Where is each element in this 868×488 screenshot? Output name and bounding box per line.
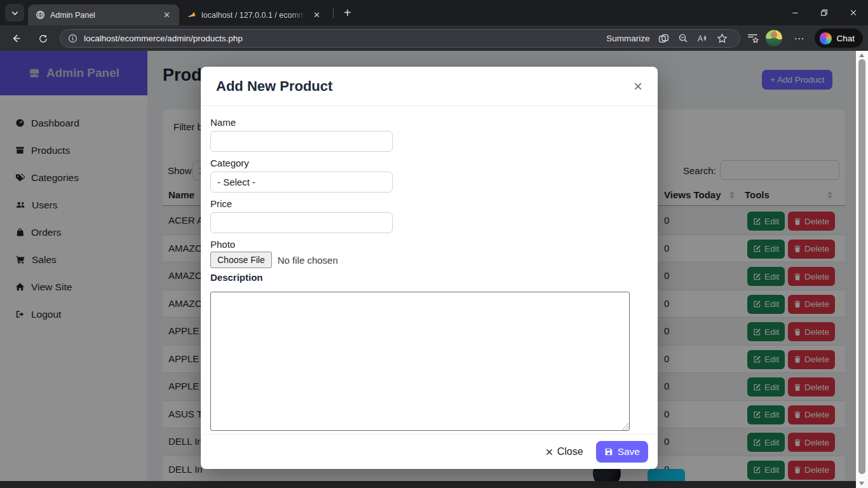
globe-icon	[36, 10, 45, 20]
tab-admin-panel[interactable]: Admin Panel ✕	[28, 4, 179, 25]
modal-close-icon[interactable]: ×	[634, 79, 642, 94]
choose-file-button[interactable]: Choose File	[210, 252, 272, 268]
back-button[interactable]	[5, 29, 27, 47]
modal-body: Name Category - Select - Price Photo Cho…	[201, 106, 658, 433]
phpmyadmin-icon	[187, 10, 196, 20]
tab-phpmyadmin[interactable]: localhost / 127.0.0.1 / ecomm / de ✕	[179, 4, 329, 25]
modal-footer: Close Save	[201, 434, 658, 469]
chevron-down-icon	[10, 8, 20, 18]
chat-label: Chat	[836, 34, 855, 43]
restore-icon	[820, 8, 829, 17]
browser-titlebar: Admin Panel ✕ localhost / 127.0.0.1 / ec…	[0, 0, 868, 25]
copilot-icon[interactable]	[658, 33, 669, 44]
modal-header: Add New Product ×	[201, 67, 658, 106]
browser-menu-button[interactable]: ⋯	[789, 32, 810, 44]
tab-close-icon[interactable]: ✕	[161, 10, 173, 20]
photo-label: Photo	[210, 239, 648, 250]
toolbar-right: ⋯ Chat	[747, 29, 868, 48]
url-text[interactable]: localhost/ecommerce/admin/products.php	[84, 34, 606, 43]
svg-text:A: A	[698, 34, 703, 43]
category-select[interactable]: - Select -	[210, 172, 393, 193]
tab-title: Admin Panel	[50, 11, 156, 20]
browser-toolbar: localhost/ecommerce/admin/products.php S…	[0, 25, 868, 51]
category-label: Category	[210, 158, 648, 168]
chat-button[interactable]: Chat	[815, 29, 863, 48]
summarize-button[interactable]: Summarize	[606, 34, 649, 43]
address-bar[interactable]: localhost/ecommerce/admin/products.php S…	[60, 29, 740, 48]
price-label: Price	[210, 198, 648, 209]
new-tab-button[interactable]: +	[337, 6, 358, 20]
window-bottom-edge	[0, 481, 856, 488]
tab-title: localhost / 127.0.0.1 / ecomm / de	[201, 11, 306, 20]
page-viewport: Admin Panel Dashboard Products Categorie…	[0, 51, 868, 488]
favorites-bar-icon[interactable]	[747, 32, 759, 44]
scroll-up-arrow-icon[interactable]	[859, 53, 864, 57]
file-status-text: No file chosen	[278, 255, 338, 266]
tab-close-icon[interactable]: ✕	[311, 10, 323, 20]
name-label: Name	[210, 117, 648, 128]
close-icon	[849, 8, 858, 17]
description-textarea[interactable]	[210, 292, 630, 431]
modal-close-button[interactable]: Close	[545, 446, 583, 458]
zoom-out-icon[interactable]	[678, 33, 688, 43]
favorite-star-icon[interactable]	[717, 33, 728, 44]
modal-title: Add New Product	[216, 78, 332, 95]
scroll-down-arrow-icon[interactable]	[859, 482, 864, 485]
browser-window: Admin Panel ✕ localhost / 127.0.0.1 / ec…	[0, 0, 868, 488]
refresh-icon	[38, 34, 48, 44]
read-aloud-icon[interactable]: A	[697, 33, 708, 43]
product-name-input[interactable]	[210, 131, 393, 152]
photo-file-input[interactable]: Choose File No file chosen	[210, 252, 648, 268]
copilot-logo-icon	[820, 32, 832, 44]
refresh-button[interactable]	[32, 29, 54, 47]
page-scrollbar[interactable]	[856, 51, 868, 488]
add-product-modal: Add New Product × Name Category - Select…	[201, 67, 658, 469]
close-x-icon	[545, 448, 553, 456]
back-icon	[11, 33, 22, 44]
price-input[interactable]	[210, 212, 393, 233]
window-controls	[780, 0, 868, 25]
info-icon[interactable]	[68, 34, 78, 43]
minimize-button[interactable]	[780, 0, 810, 25]
save-floppy-icon	[604, 447, 613, 456]
tab-divider	[333, 8, 334, 18]
scrollbar-thumb[interactable]	[858, 59, 865, 474]
close-window-button[interactable]	[839, 0, 868, 25]
tab-search-button[interactable]	[5, 4, 24, 22]
minimize-icon	[791, 9, 799, 17]
modal-save-button[interactable]: Save	[596, 441, 648, 463]
profile-avatar[interactable]	[766, 30, 782, 46]
description-label: Description	[210, 272, 648, 283]
restore-button[interactable]	[810, 0, 839, 25]
